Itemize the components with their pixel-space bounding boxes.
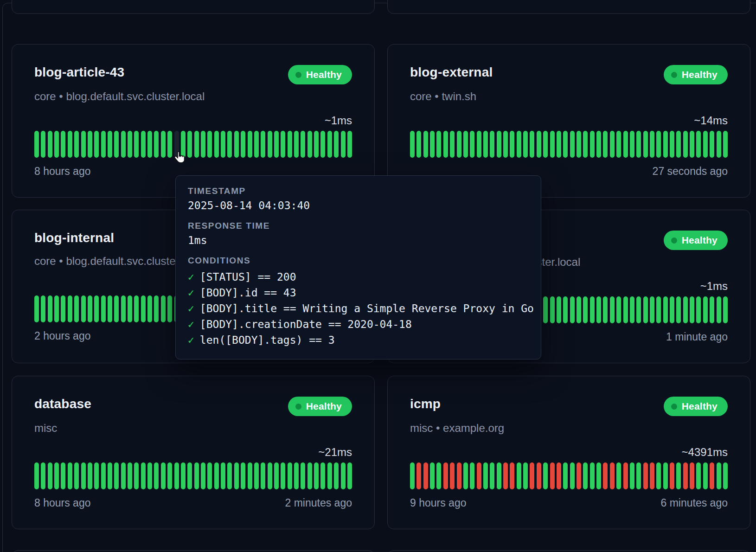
health-bar[interactable] bbox=[114, 462, 119, 489]
health-bar[interactable] bbox=[436, 131, 441, 158]
health-bar[interactable] bbox=[717, 296, 721, 323]
health-bar[interactable] bbox=[690, 296, 694, 323]
health-bar[interactable] bbox=[161, 131, 166, 158]
health-bar[interactable] bbox=[517, 131, 521, 158]
health-bar[interactable] bbox=[610, 462, 615, 489]
health-bar[interactable] bbox=[81, 462, 86, 489]
health-bar[interactable] bbox=[187, 131, 192, 158]
health-bar[interactable] bbox=[570, 131, 575, 158]
health-bar[interactable] bbox=[477, 462, 481, 489]
health-bar[interactable] bbox=[670, 462, 674, 489]
health-bar[interactable] bbox=[88, 462, 92, 489]
health-bar[interactable] bbox=[616, 296, 621, 323]
health-bar[interactable] bbox=[577, 131, 581, 158]
health-bar[interactable] bbox=[543, 462, 548, 489]
health-bar[interactable] bbox=[48, 295, 52, 322]
health-bar[interactable] bbox=[227, 131, 232, 158]
health-bar[interactable] bbox=[497, 131, 501, 158]
health-bar[interactable] bbox=[301, 131, 305, 158]
health-bar[interactable] bbox=[108, 131, 112, 158]
health-bar[interactable] bbox=[710, 131, 714, 158]
health-bar[interactable] bbox=[261, 462, 265, 489]
health-bar[interactable] bbox=[74, 462, 79, 489]
health-bar[interactable] bbox=[510, 462, 514, 489]
health-bar[interactable] bbox=[134, 295, 139, 322]
health-bar[interactable] bbox=[68, 131, 72, 158]
health-bar[interactable] bbox=[643, 462, 648, 489]
health-bar[interactable] bbox=[436, 462, 441, 489]
health-bar[interactable] bbox=[690, 462, 694, 489]
health-bar[interactable] bbox=[48, 131, 52, 158]
health-bar[interactable] bbox=[523, 131, 528, 158]
health-bar[interactable] bbox=[327, 131, 332, 158]
health-bar[interactable] bbox=[88, 295, 92, 322]
health-bar[interactable] bbox=[563, 462, 568, 489]
health-bar[interactable] bbox=[281, 462, 285, 489]
endpoint-card-icmp[interactable]: icmp Healthy misc • example.org ~4391ms … bbox=[387, 376, 750, 529]
health-bar[interactable] bbox=[147, 295, 152, 322]
health-bar[interactable] bbox=[463, 131, 468, 158]
health-bar[interactable] bbox=[623, 131, 628, 158]
health-bar[interactable] bbox=[676, 462, 681, 489]
health-bar[interactable] bbox=[603, 131, 608, 158]
health-bar[interactable] bbox=[81, 295, 86, 322]
health-bar[interactable] bbox=[630, 131, 634, 158]
health-bar[interactable] bbox=[583, 296, 588, 323]
health-bar[interactable] bbox=[221, 462, 225, 489]
health-bar[interactable] bbox=[207, 462, 212, 489]
health-bar[interactable] bbox=[108, 295, 112, 322]
health-bar[interactable] bbox=[703, 462, 708, 489]
health-bar[interactable] bbox=[161, 295, 166, 322]
health-bar[interactable] bbox=[128, 131, 132, 158]
health-bar[interactable] bbox=[54, 295, 59, 322]
health-bar[interactable] bbox=[690, 131, 694, 158]
health-bar[interactable] bbox=[327, 462, 332, 489]
health-bar[interactable] bbox=[301, 462, 305, 489]
health-bar[interactable] bbox=[723, 296, 728, 323]
endpoint-card-database[interactable]: database Healthy misc ~21ms 8 hours ago … bbox=[12, 376, 375, 529]
health-bar[interactable] bbox=[503, 131, 508, 158]
health-bar[interactable] bbox=[450, 131, 455, 158]
uptime-bars[interactable] bbox=[410, 131, 728, 158]
health-bar[interactable] bbox=[443, 462, 448, 489]
health-bar[interactable] bbox=[88, 131, 92, 158]
health-bar[interactable] bbox=[41, 131, 45, 158]
health-bar[interactable] bbox=[630, 462, 634, 489]
health-bar[interactable] bbox=[341, 462, 346, 489]
health-bar[interactable] bbox=[101, 131, 106, 158]
health-bar[interactable] bbox=[710, 296, 714, 323]
health-bar[interactable] bbox=[167, 462, 172, 489]
health-bar[interactable] bbox=[603, 462, 608, 489]
health-bar[interactable] bbox=[663, 131, 668, 158]
health-bar[interactable] bbox=[550, 296, 555, 323]
health-bar[interactable] bbox=[643, 296, 648, 323]
health-bar[interactable] bbox=[416, 462, 421, 489]
health-bar[interactable] bbox=[703, 131, 708, 158]
health-bar[interactable] bbox=[537, 131, 541, 158]
health-bar[interactable] bbox=[201, 131, 205, 158]
health-bar[interactable] bbox=[54, 462, 59, 489]
health-bar[interactable] bbox=[214, 131, 219, 158]
health-bar[interactable] bbox=[234, 462, 239, 489]
health-bar[interactable] bbox=[288, 462, 292, 489]
health-bar[interactable] bbox=[703, 296, 708, 323]
health-bar[interactable] bbox=[268, 462, 272, 489]
health-bar[interactable] bbox=[201, 462, 205, 489]
health-bar[interactable] bbox=[308, 131, 312, 158]
health-bar[interactable] bbox=[603, 296, 608, 323]
health-bar[interactable] bbox=[241, 462, 245, 489]
health-bar[interactable] bbox=[577, 296, 581, 323]
health-bar[interactable] bbox=[281, 131, 285, 158]
health-bar[interactable] bbox=[563, 296, 568, 323]
uptime-bars[interactable] bbox=[34, 131, 352, 158]
health-bar[interactable] bbox=[101, 462, 106, 489]
health-bar[interactable] bbox=[663, 462, 668, 489]
health-bar[interactable] bbox=[34, 131, 39, 158]
health-bar[interactable] bbox=[483, 462, 488, 489]
uptime-bars[interactable] bbox=[34, 462, 352, 489]
health-bar[interactable] bbox=[341, 131, 346, 158]
health-bar[interactable] bbox=[134, 462, 139, 489]
health-bar[interactable] bbox=[636, 462, 641, 489]
health-bar[interactable] bbox=[543, 131, 548, 158]
health-bar[interactable] bbox=[227, 462, 232, 489]
